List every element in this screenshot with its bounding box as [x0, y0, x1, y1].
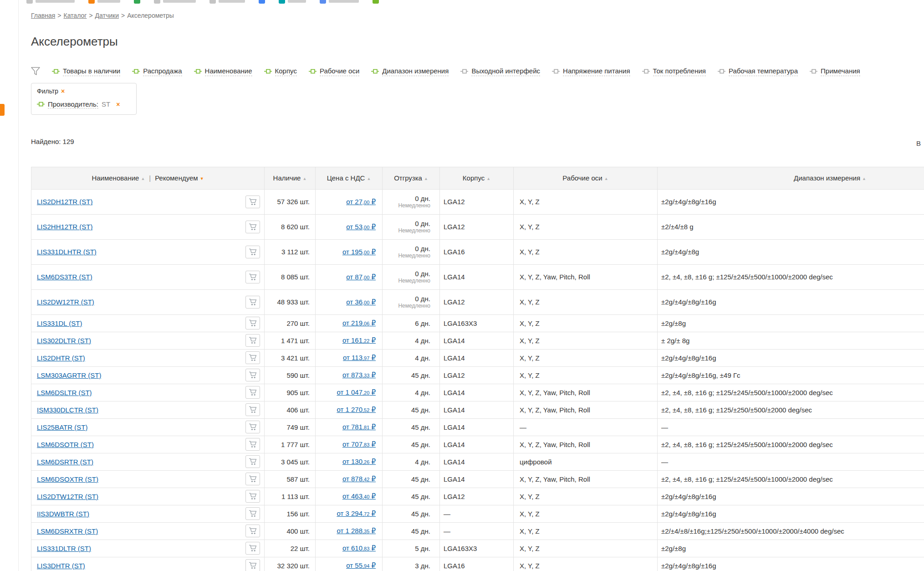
column-header-range[interactable]: Диапазон измерения▲ — [658, 167, 924, 189]
product-link[interactable]: LIS2DHTR (ST) — [37, 354, 85, 362]
add-to-cart-button[interactable] — [245, 195, 260, 208]
price-link[interactable]: от 781,81 ₽ — [342, 423, 376, 431]
product-link[interactable]: LSM6DSOTR (ST) — [37, 441, 94, 448]
add-to-cart-button[interactable] — [245, 490, 260, 503]
add-to-cart-button[interactable] — [245, 351, 260, 364]
add-to-cart-button[interactable] — [245, 455, 260, 468]
price-link[interactable]: от 610,83 ₽ — [342, 544, 376, 552]
bookmark-item[interactable] — [209, 0, 245, 5]
breadcrumb-link[interactable]: Главная — [31, 12, 55, 19]
price-link[interactable]: от 878,42 ₽ — [342, 475, 376, 483]
column-header-shipping[interactable]: Отгрузка▲ — [383, 167, 440, 189]
product-link[interactable]: LSM303AGRTR (ST) — [37, 371, 101, 379]
breadcrumb-link[interactable]: Каталог — [63, 12, 87, 19]
price-link[interactable]: от 55,94 ₽ — [346, 561, 376, 569]
filter-chip[interactable]: Диапазон измерения — [371, 67, 449, 76]
product-link[interactable]: LIS2HH12TR (ST) — [37, 223, 93, 231]
product-link[interactable]: LIS2DW12TR (ST) — [37, 298, 94, 306]
bookmark-item[interactable] — [259, 0, 265, 5]
column-header-price[interactable]: Цена с НДС▲ — [316, 167, 383, 189]
header-price-label[interactable]: Цена с НДС — [327, 174, 365, 182]
add-to-cart-button[interactable] — [245, 317, 260, 329]
price-link[interactable]: от 1 270,52 ₽ — [337, 406, 376, 413]
product-link[interactable]: ISM330DLCTR (ST) — [37, 406, 98, 414]
product-link[interactable]: LSM6DSLTR (ST) — [37, 389, 92, 396]
price-link[interactable]: от 1 288,35 ₽ — [337, 527, 376, 535]
filter-chip[interactable]: Рабочая температура — [718, 67, 798, 76]
add-to-cart-button[interactable] — [245, 559, 260, 571]
column-header-axes[interactable]: Рабочие оси▲ — [514, 167, 658, 189]
add-to-cart-button[interactable] — [245, 525, 260, 537]
add-to-cart-button[interactable] — [245, 221, 260, 233]
price-link[interactable]: от 36,00 ₽ — [346, 298, 376, 306]
filter-chip[interactable]: Ток потребления — [642, 67, 706, 76]
product-link[interactable]: LSM6DSRTR (ST) — [37, 458, 93, 466]
header-axes-label[interactable]: Рабочие оси — [562, 174, 602, 182]
breadcrumb-link[interactable]: Датчики — [95, 12, 119, 19]
filter-chip[interactable]: Примечания — [810, 67, 860, 76]
product-link[interactable]: LIS2DH12TR (ST) — [37, 198, 93, 206]
product-link[interactable]: LIS25BATR (ST) — [37, 423, 87, 431]
header-range-label[interactable]: Диапазон измерения — [794, 174, 860, 182]
add-to-cart-button[interactable] — [245, 438, 260, 451]
filter-chip[interactable]: Наименование — [194, 67, 252, 76]
product-link[interactable]: LIS3DHTR (ST) — [37, 562, 85, 570]
price-link[interactable]: от 1 047,20 ₽ — [337, 388, 376, 396]
filter-chip[interactable]: Напряжение питания — [552, 67, 630, 76]
add-to-cart-button[interactable] — [245, 369, 260, 381]
price-link[interactable]: от 53,00 ₽ — [346, 223, 376, 231]
product-link[interactable]: LSM6DSRXTR (ST) — [37, 527, 98, 535]
filter-chip[interactable]: Товары в наличии — [52, 67, 120, 76]
price-link[interactable]: от 707,83 ₽ — [342, 440, 376, 448]
product-link[interactable]: IIS3DWBTR (ST) — [37, 510, 89, 518]
add-to-cart-button[interactable] — [245, 403, 260, 416]
add-to-cart-button[interactable] — [245, 542, 260, 555]
price-link[interactable]: от 113,97 ₽ — [343, 354, 376, 361]
price-link[interactable]: от 27,00 ₽ — [346, 198, 376, 206]
filter-chip[interactable]: Выходной интерфейс — [460, 67, 540, 76]
add-to-cart-button[interactable] — [245, 334, 260, 347]
header-package-label[interactable]: Корпус — [463, 174, 485, 182]
column-header-package[interactable]: Корпус▲ — [440, 167, 514, 189]
bookmark-item[interactable] — [88, 0, 120, 5]
bookmark-item[interactable] — [373, 0, 379, 5]
product-link[interactable]: LIS2DTW12TR (ST) — [37, 493, 98, 500]
bookmark-item[interactable] — [26, 0, 75, 5]
add-to-cart-button[interactable] — [245, 296, 260, 309]
price-link[interactable]: от 3 294,72 ₽ — [337, 509, 376, 517]
price-link[interactable]: от 87,00 ₽ — [346, 273, 376, 281]
active-filter-name[interactable]: Производитель: — [48, 100, 98, 108]
price-link[interactable]: от 161,22 ₽ — [342, 336, 376, 344]
price-link[interactable]: от 463,40 ₽ — [342, 492, 376, 500]
bookmark-item[interactable] — [154, 0, 196, 5]
header-shipping-label[interactable]: Отгрузка — [394, 174, 422, 182]
header-name-label[interactable]: Наименование — [92, 174, 139, 182]
product-link[interactable]: LIS331DL (ST) — [37, 319, 82, 327]
filter-box-clear-button[interactable]: × — [61, 87, 65, 95]
column-header-stock[interactable]: Наличие▲ — [265, 167, 316, 189]
product-link[interactable]: LSM6DSOXTR (ST) — [37, 475, 98, 483]
bookmark-item[interactable] — [279, 0, 306, 5]
price-link[interactable]: от 873,33 ₽ — [342, 371, 376, 379]
product-link[interactable]: LIS302DLTR (ST) — [37, 337, 91, 345]
add-to-cart-button[interactable] — [245, 246, 260, 258]
price-link[interactable]: от 195,00 ₽ — [342, 248, 376, 256]
add-to-cart-button[interactable] — [245, 421, 260, 433]
price-link[interactable]: от 130,26 ₽ — [342, 458, 376, 465]
bookmark-item[interactable] — [134, 0, 140, 5]
filter-chip[interactable]: Распродажа — [132, 67, 182, 76]
add-to-cart-button[interactable] — [245, 507, 260, 520]
add-to-cart-button[interactable] — [245, 386, 260, 399]
header-recommend-label[interactable]: Рекомендуем — [155, 174, 198, 182]
header-stock-label[interactable]: Наличие — [273, 174, 301, 182]
product-link[interactable]: LSM6DS3TR (ST) — [37, 273, 92, 281]
column-header-name[interactable]: Наименование▲|Рекомендуем▼ — [31, 167, 265, 189]
filter-chip[interactable]: Корпус — [264, 67, 297, 76]
add-to-cart-button[interactable] — [245, 271, 260, 283]
product-link[interactable]: LIS331DLHTR (ST) — [37, 248, 97, 256]
product-link[interactable]: LIS331DLTR (ST) — [37, 545, 91, 552]
filter-chip[interactable]: Рабочие оси — [309, 67, 359, 76]
bookmark-item[interactable] — [320, 0, 359, 5]
active-filter-remove-button[interactable]: × — [116, 101, 120, 108]
add-to-cart-button[interactable] — [245, 473, 260, 485]
